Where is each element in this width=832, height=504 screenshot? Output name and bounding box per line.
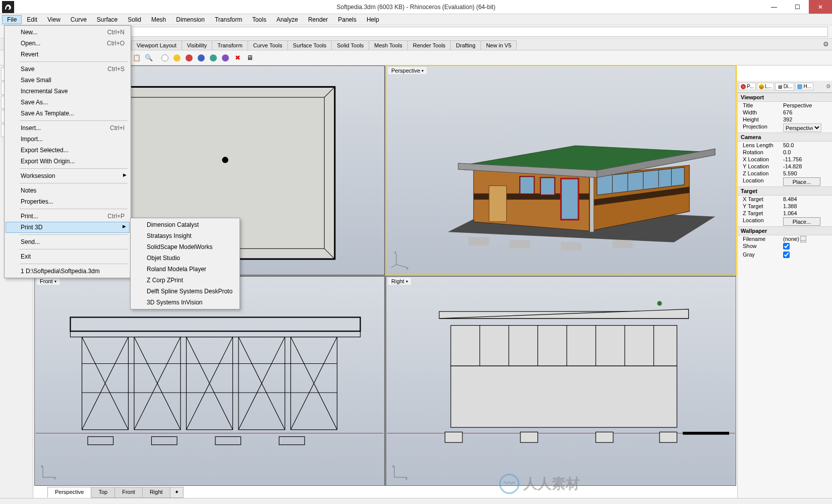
tool-tab[interactable]: Curve Tools [248,40,288,50]
panel-tab[interactable]: 🖥Di... [775,83,795,91]
menu-render[interactable]: Render [303,15,333,24]
shade-purple-icon[interactable] [220,52,231,64]
viewport-tab-perspective[interactable]: Perspective [47,487,91,498]
add-viewport-tab[interactable]: ✦ [170,487,184,498]
maximize-button[interactable]: ☐ [786,0,809,14]
tool-tab[interactable]: Mesh Tools [369,40,407,50]
viewport-label[interactable]: Front▾ [37,278,60,285]
menu-item[interactable]: New...Ctrl+N [6,27,130,38]
tool-tab[interactable]: Solid Tools [331,40,369,50]
menu-mesh[interactable]: Mesh [146,15,171,24]
menu-item[interactable]: Worksession▶ [6,170,130,181]
panel-tab[interactable]: P... [739,83,756,90]
menu-item[interactable]: Notes [6,185,130,196]
shade-teal-icon[interactable] [208,52,219,64]
menu-item[interactable]: 1 D:\Softpedia\Softpedia.3dm [6,266,130,277]
menu-curve[interactable]: Curve [66,15,92,24]
shade-white-icon[interactable] [159,52,170,64]
menu-item[interactable]: Incremental Save [6,86,130,97]
panel-tab[interactable]: L... [757,83,774,90]
menu-item[interactable]: Open...Ctrl+O [6,38,130,49]
submenu-item[interactable]: Dimension Catalyst [132,219,239,230]
place-button[interactable]: Place... [783,217,820,226]
section-header: Wallpaper [738,226,832,235]
svg-rect-20 [489,186,507,222]
viewport-right[interactable]: Right▾ zy [386,276,736,486]
tool-tab[interactable]: Render Tools [407,40,451,50]
svg-rect-79 [451,366,677,427]
menu-item[interactable]: Export Selected... [6,145,130,156]
submenu-item[interactable]: Objet Studio [132,253,239,264]
menu-item[interactable]: Print...Ctrl+P [6,211,130,222]
prop-label: Location [738,177,781,186]
gear-icon[interactable]: ⚙ [823,40,829,48]
menu-tools[interactable]: Tools [247,15,271,24]
section-header: Target [738,186,832,196]
menu-item[interactable]: Revert [6,49,130,60]
svg-rect-14 [561,242,582,250]
gear-icon[interactable]: ⚙ [826,83,831,90]
viewport-label[interactable]: Perspective▾ [388,67,427,74]
submenu-item[interactable]: Roland Modela Player [132,264,239,275]
submenu-item[interactable]: SolidScape ModelWorks [132,241,239,253]
menu-item[interactable]: Properties... [6,196,130,207]
prop-value: 5.590 [783,170,797,176]
tool-tab[interactable]: Transform [212,40,248,50]
submenu-item[interactable]: Z Corp ZPrint [132,275,239,286]
viewport-tab-right[interactable]: Right [142,487,170,498]
menu-item[interactable]: Save As Template... [6,108,130,119]
place-button[interactable]: Place... [783,177,820,186]
tool-tab[interactable]: Visibility [182,40,213,50]
menu-dimension[interactable]: Dimension [171,15,210,24]
prop-checkbox[interactable] [783,251,790,258]
tool-icon[interactable]: 🔍 [143,52,154,64]
prop-label: Y Location [738,163,781,169]
prop-checkbox[interactable] [783,243,790,249]
viewport-tab-front[interactable]: Front [114,487,143,498]
svg-rect-82 [596,432,614,443]
monitor-icon[interactable]: 🖥 [244,52,255,64]
menu-transform[interactable]: Transform [210,15,247,24]
shade-blue-icon[interactable] [196,52,207,64]
submenu-item[interactable]: 3D Systems InVision [132,297,239,308]
menu-item[interactable]: Insert...Ctrl+I [6,122,130,134]
prop-value: (none) [783,236,799,242]
viewport-perspective[interactable]: Perspective▾ [386,66,736,275]
menu-view[interactable]: View [42,15,66,24]
menu-surface[interactable]: Surface [92,15,123,24]
tool-tab[interactable]: Surface Tools [287,40,332,50]
menu-file[interactable]: File [2,15,22,24]
menu-item[interactable]: Exit [6,251,130,262]
menu-solid[interactable]: Solid [123,15,146,24]
menu-help[interactable]: Help [362,15,384,24]
shade-red-icon[interactable] [184,52,195,64]
menu-edit[interactable]: Edit [22,15,42,24]
svg-rect-71 [451,326,677,366]
tool-tab[interactable]: New in V5 [481,40,517,50]
menu-item[interactable]: Export With Origin... [6,156,130,167]
submenu-item[interactable]: Delft Spline Systems DeskProto [132,286,239,297]
menu-item[interactable]: Import... [6,134,130,145]
prop-select[interactable]: Perspective [783,123,821,132]
panel-tab[interactable]: H... [795,83,813,90]
browse-button[interactable]: … [800,236,806,242]
menu-item[interactable]: Save Small [6,75,130,86]
submenu-item[interactable]: Stratasys Insight [132,230,239,241]
close-button[interactable]: ✕ [809,0,832,14]
tool-icon[interactable]: 📋 [131,52,142,64]
menu-item[interactable]: Save As... [6,97,130,108]
shade-yellow-icon[interactable] [171,52,183,64]
menu-panels[interactable]: Panels [333,15,362,24]
menu-item[interactable]: Print 3D▶ [6,222,130,233]
menu-item[interactable]: Send... [6,236,130,247]
viewport-tab-top[interactable]: Top [91,487,115,498]
shade-cancel-icon[interactable]: ✖ [232,52,243,64]
minimize-button[interactable]: — [762,0,786,14]
viewport-label[interactable]: Right▾ [388,278,411,285]
menu-item[interactable]: SaveCtrl+S [6,64,130,75]
tool-tab[interactable]: Drafting [450,40,481,50]
prop-label: Show [738,243,781,250]
menu-analyze[interactable]: Analyze [271,15,303,24]
prop-label: X Target [738,196,781,202]
tool-tab[interactable]: Viewport Layout [131,40,182,50]
